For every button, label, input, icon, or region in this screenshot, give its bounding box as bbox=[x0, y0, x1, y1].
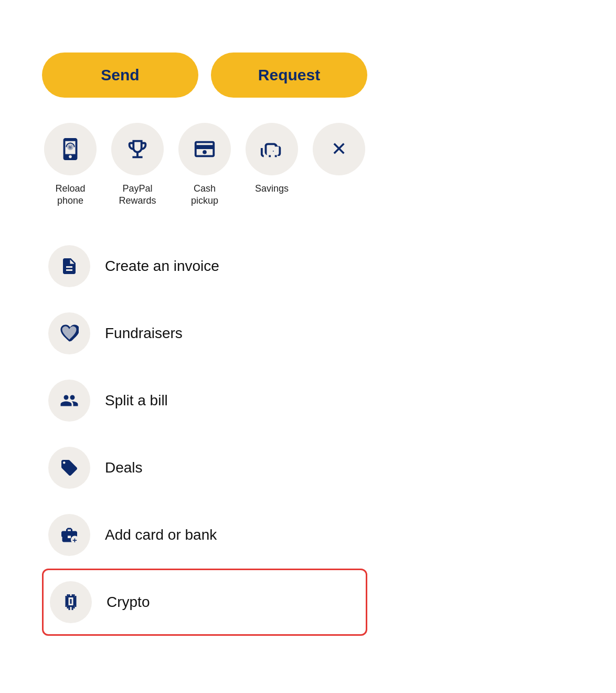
fundraisers-circle bbox=[48, 312, 90, 354]
create-invoice-label: Create an invoice bbox=[105, 258, 219, 275]
svg-rect-3 bbox=[67, 594, 69, 596]
add-card-icon: + bbox=[60, 526, 79, 544]
quick-actions-row: Reloadphone PayPalRewards Cashpickup bbox=[42, 123, 367, 207]
deals-circle bbox=[48, 447, 90, 489]
split-bill-circle bbox=[48, 380, 90, 422]
savings-label: Savings bbox=[255, 183, 289, 195]
add-card-label: Add card or bank bbox=[105, 527, 217, 543]
quick-action-paypal-rewards[interactable]: PayPalRewards bbox=[109, 123, 166, 207]
deals-label: Deals bbox=[105, 459, 143, 476]
list-item-create-invoice[interactable]: Create an invoice bbox=[42, 233, 367, 300]
paypal-rewards-label: PayPalRewards bbox=[119, 183, 156, 207]
request-button[interactable]: Request bbox=[211, 52, 367, 98]
list-item-crypto[interactable]: Crypto bbox=[42, 569, 367, 636]
send-button[interactable]: Send bbox=[42, 52, 198, 98]
svg-rect-10 bbox=[73, 607, 75, 608]
list-items: Create an invoice Fundraisers Split a bi… bbox=[42, 233, 367, 636]
svg-rect-12 bbox=[72, 608, 73, 610]
fundraisers-label: Fundraisers bbox=[105, 325, 183, 342]
svg-rect-8 bbox=[75, 605, 77, 607]
svg-rect-5 bbox=[66, 596, 67, 597]
list-item-split-bill[interactable]: Split a bill bbox=[42, 367, 367, 434]
top-buttons: Send Request bbox=[42, 52, 367, 98]
reload-phone-circle bbox=[44, 123, 97, 175]
cash-pickup-circle bbox=[178, 123, 231, 175]
svg-rect-7 bbox=[66, 605, 67, 607]
cash-pickup-icon bbox=[193, 137, 217, 161]
quick-action-savings[interactable]: Savings bbox=[243, 123, 300, 195]
close-icon: ✕ bbox=[331, 140, 347, 159]
svg-point-0 bbox=[203, 150, 207, 154]
paypal-rewards-circle bbox=[111, 123, 164, 175]
crypto-circle bbox=[50, 581, 92, 623]
split-bill-label: Split a bill bbox=[105, 392, 168, 409]
reload-phone-label: Reloadphone bbox=[55, 183, 85, 207]
svg-rect-6 bbox=[75, 596, 77, 597]
list-item-fundraisers[interactable]: Fundraisers bbox=[42, 300, 367, 367]
trophy-icon bbox=[125, 137, 150, 161]
crypto-icon bbox=[61, 593, 80, 612]
list-item-deals[interactable]: Deals bbox=[42, 434, 367, 501]
quick-action-cash-pickup[interactable]: Cashpickup bbox=[176, 123, 233, 207]
add-card-circle: + bbox=[48, 514, 90, 556]
invoice-circle bbox=[48, 245, 90, 287]
savings-icon bbox=[260, 137, 284, 161]
svg-rect-4 bbox=[73, 594, 75, 596]
close-circle: ✕ bbox=[313, 123, 365, 175]
list-item-add-card-bank[interactable]: + Add card or bank bbox=[42, 501, 367, 569]
deals-icon bbox=[60, 458, 79, 477]
invoice-icon bbox=[60, 257, 79, 276]
svg-rect-9 bbox=[67, 607, 69, 608]
split-bill-icon bbox=[60, 391, 79, 410]
savings-circle bbox=[246, 123, 298, 175]
crypto-label: Crypto bbox=[107, 594, 150, 611]
fundraisers-icon bbox=[60, 324, 79, 343]
svg-text:+: + bbox=[72, 536, 77, 544]
quick-action-close[interactable]: ✕ bbox=[311, 123, 367, 183]
reload-phone-icon bbox=[58, 137, 82, 161]
main-container: Send Request Reloadphone Pay bbox=[21, 32, 388, 657]
cash-pickup-label: Cashpickup bbox=[191, 183, 218, 207]
svg-rect-11 bbox=[69, 608, 70, 610]
quick-action-reload-phone[interactable]: Reloadphone bbox=[42, 123, 99, 207]
